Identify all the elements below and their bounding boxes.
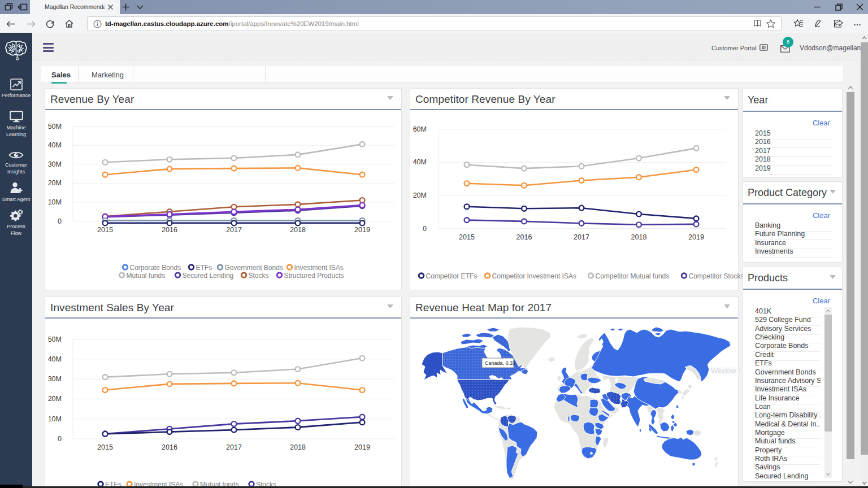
svg-text:Government Bonds: Government Bonds: [225, 264, 283, 272]
svg-text:0: 0: [423, 225, 427, 233]
svg-text:2015: 2015: [97, 226, 113, 234]
svg-text:10M: 10M: [48, 198, 62, 206]
svg-text:20M: 20M: [48, 179, 62, 187]
svg-text:2017: 2017: [226, 226, 242, 234]
svg-text:40M: 40M: [48, 141, 62, 149]
svg-text:Secured Lending: Secured Lending: [183, 272, 234, 280]
svg-text:ETFs: ETFs: [196, 264, 212, 272]
svg-text:Canada, 0.33: Canada, 0.33: [485, 360, 515, 366]
svg-text:2017: 2017: [574, 233, 589, 241]
svg-text:Structured Products: Structured Products: [284, 272, 344, 280]
svg-text:2015: 2015: [97, 443, 113, 451]
svg-text:Competitor Mutual funds: Competitor Mutual funds: [596, 272, 670, 280]
svg-text:Competitor Investment ISAs: Competitor Investment ISAs: [492, 272, 576, 280]
svg-text:Competitor ETFs: Competitor ETFs: [426, 272, 478, 280]
svg-text:30M: 30M: [48, 160, 62, 168]
svg-text:20M: 20M: [48, 395, 62, 403]
svg-text:Stocks: Stocks: [249, 272, 269, 280]
svg-text:30M: 30M: [48, 375, 62, 383]
svg-text:2018: 2018: [631, 233, 647, 241]
svg-text:Mutual funds: Mutual funds: [127, 272, 166, 280]
svg-text:50M: 50M: [48, 336, 62, 343]
svg-text:20M: 20M: [413, 191, 427, 199]
svg-text:2018: 2018: [290, 226, 306, 234]
svg-text:60M: 60M: [413, 125, 427, 133]
svg-text:2019: 2019: [354, 226, 370, 234]
svg-text:2016: 2016: [517, 233, 532, 241]
svg-text:Competitor Stocks: Competitor Stocks: [689, 272, 744, 280]
svg-text:2019: 2019: [688, 233, 704, 241]
svg-text:2019: 2019: [354, 443, 370, 451]
svg-text:10M: 10M: [48, 415, 62, 423]
svg-text:2017: 2017: [226, 443, 242, 451]
svg-text:2018: 2018: [290, 443, 306, 451]
svg-text:2016: 2016: [162, 226, 177, 234]
svg-text:Investment ISAs: Investment ISAs: [294, 264, 344, 272]
svg-text:2015: 2015: [459, 233, 475, 241]
svg-text:Corporate Bonds: Corporate Bonds: [130, 264, 181, 272]
svg-text:0: 0: [58, 217, 62, 225]
svg-text:0: 0: [58, 435, 62, 443]
svg-text:40M: 40M: [48, 355, 62, 363]
svg-text:50M: 50M: [48, 123, 62, 130]
svg-text:2016: 2016: [162, 443, 177, 451]
svg-text:40M: 40M: [413, 158, 427, 166]
